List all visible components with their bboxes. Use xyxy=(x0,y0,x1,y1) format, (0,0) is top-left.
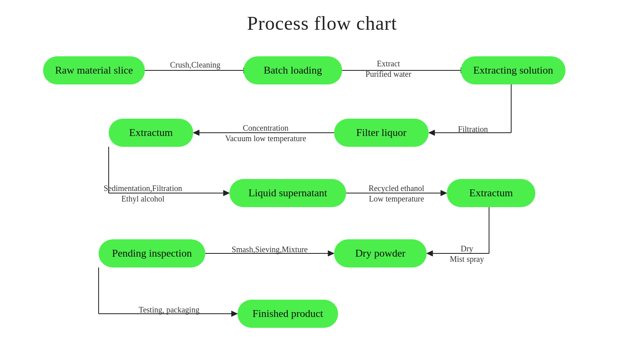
filtration-label: Filtration xyxy=(437,124,509,134)
crush-cleaning-label: Crush,Cleaning xyxy=(151,60,239,70)
concentration-vacuum-label: Concentration Vacuum low temperature xyxy=(199,123,332,144)
liquid-supernatant-node: Liquid supernatant xyxy=(229,179,346,207)
extract-purified-label: Extract Purified water xyxy=(348,58,429,79)
flowchart: Raw material slice Batch loading Extract… xyxy=(0,40,644,362)
dry-powder-node: Dry powder xyxy=(334,239,427,267)
page-title: Process flow chart xyxy=(0,0,644,34)
recycled-ethanol-label: Recycled ethanol Low temperature xyxy=(348,183,445,204)
svg-marker-16 xyxy=(427,251,433,256)
svg-marker-6 xyxy=(429,130,435,136)
extractum1-node: Extractum xyxy=(109,119,193,147)
extracting-solution-node: Extracting solution xyxy=(461,56,566,84)
sedimentation-filtration-label: Sedimentation,Filtration Ethyl alcohol xyxy=(64,183,221,204)
raw-material-node: Raw material slice xyxy=(43,56,145,84)
svg-marker-11 xyxy=(223,190,229,196)
smash-sieving-label: Smash,Sieving,Mixture xyxy=(207,244,332,255)
batch-loading-node: Batch loading xyxy=(244,56,342,84)
dry-mist-label: Dry Mist spray xyxy=(435,243,499,264)
extractum2-node: Extractum xyxy=(447,179,535,207)
svg-marker-8 xyxy=(193,130,199,136)
testing-packaging-label: Testing, packaging xyxy=(103,304,235,315)
pending-inspection-node: Pending inspection xyxy=(99,239,205,267)
filter-liquor-node: Filter liquor xyxy=(334,119,429,147)
finished-product-node: Finished product xyxy=(237,300,338,328)
